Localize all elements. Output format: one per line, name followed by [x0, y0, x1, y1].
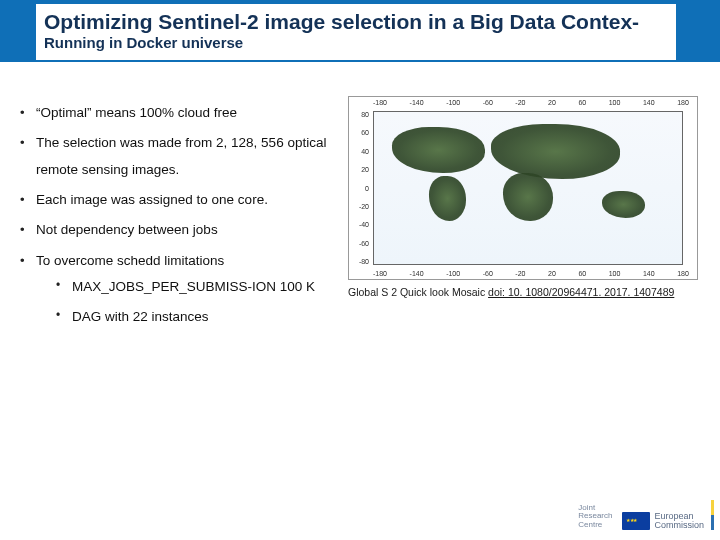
bullet-item: The selection was made from 2, 128, 556 … [20, 130, 330, 183]
tick: 0 [365, 185, 369, 192]
tick: 40 [361, 148, 369, 155]
landmass [503, 173, 552, 222]
bullet-item: “Optimal” means 100% cloud free [20, 100, 330, 126]
world-map-figure: -180 -140 -100 -60 -20 20 60 100 140 180… [348, 96, 698, 280]
slide-subtitle: Running in Docker universe [44, 34, 243, 51]
sub-bullet-list: MAX_JOBS_PER_SUBMISS-ION 100 K DAG with … [56, 274, 330, 331]
ec-text: European Commission [654, 512, 704, 530]
caption-doi: doi: 10. 1080/20964471. 2017. 1407489 [488, 286, 674, 298]
landmass [392, 127, 484, 173]
eu-flag-icon [622, 512, 650, 530]
landmass [491, 124, 620, 179]
landmass [602, 191, 645, 218]
tick: -60 [483, 270, 493, 277]
tick: 20 [548, 99, 556, 106]
tick: 60 [361, 129, 369, 136]
figure-caption: Global S 2 Quick look Mosaic doi: 10. 10… [348, 286, 698, 298]
bullet-item: To overcome schedd limitations MAX_JOBS_… [20, 248, 330, 331]
tick: -20 [515, 270, 525, 277]
tick: -40 [359, 221, 369, 228]
tick: 140 [643, 99, 655, 106]
tick: -140 [410, 99, 424, 106]
footer: Joint Research Centre European Commissio… [578, 504, 704, 530]
title-box: Optimizing Sentinel-2 image selection in… [36, 4, 676, 60]
bullet-item: Each image was assigned to one core. [20, 187, 330, 213]
lat-ticks-left: 80 60 40 20 0 -20 -40 -60 -80 [353, 111, 369, 265]
tick: 180 [677, 270, 689, 277]
map-plot-area [373, 111, 683, 265]
tick: 60 [578, 99, 586, 106]
lon-ticks-bottom: -180 -140 -100 -60 -20 20 60 100 140 180 [373, 270, 689, 277]
tick: 20 [361, 166, 369, 173]
tick: -60 [359, 240, 369, 247]
sub-bullet-item: DAG with 22 instances [56, 304, 330, 330]
tick: 140 [643, 270, 655, 277]
tick: 80 [361, 111, 369, 118]
bullet-text: To overcome schedd limitations [36, 253, 224, 268]
ec-logo: European Commission [622, 512, 704, 530]
tick: -100 [446, 99, 460, 106]
bullet-item: Not dependency between jobs [20, 217, 330, 243]
ec-line: Commission [654, 521, 704, 530]
tick: -180 [373, 270, 387, 277]
accent-bar-icon [711, 500, 714, 530]
tick: -60 [483, 99, 493, 106]
tick: -100 [446, 270, 460, 277]
slide-title: Optimizing Sentinel-2 image selection in… [44, 10, 639, 33]
body-content: “Optimal” means 100% cloud free The sele… [20, 100, 330, 335]
lon-ticks-top: -180 -140 -100 -60 -20 20 60 100 140 180 [373, 99, 689, 106]
tick: 180 [677, 99, 689, 106]
figure-wrap: -180 -140 -100 -60 -20 20 60 100 140 180… [348, 96, 698, 298]
tick: 60 [578, 270, 586, 277]
sub-bullet-item: MAX_JOBS_PER_SUBMISS-ION 100 K [56, 274, 330, 300]
tick: -140 [410, 270, 424, 277]
tick: -20 [515, 99, 525, 106]
tick: -180 [373, 99, 387, 106]
bullet-list: “Optimal” means 100% cloud free The sele… [20, 100, 330, 331]
tick: 100 [609, 270, 621, 277]
tick: -20 [359, 203, 369, 210]
tick: 100 [609, 99, 621, 106]
tick: -80 [359, 258, 369, 265]
tick: 20 [548, 270, 556, 277]
landmass [429, 176, 466, 222]
jrc-label: Joint Research Centre [578, 504, 612, 530]
caption-text: Global S 2 Quick look Mosaic [348, 286, 488, 298]
